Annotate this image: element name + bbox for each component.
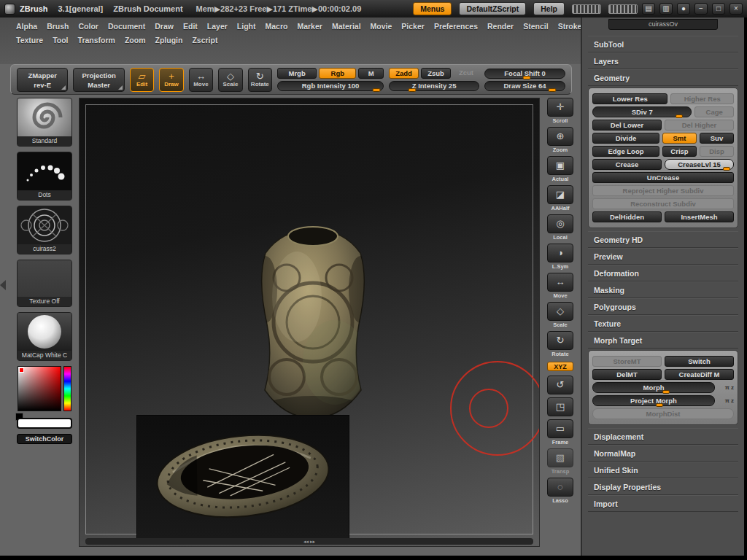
slider-handle[interactable]	[662, 390, 670, 394]
divider-arrow-icon[interactable]	[0, 280, 6, 290]
slider-handle[interactable]	[656, 403, 663, 407]
menu-macro[interactable]: Macro	[266, 22, 288, 31]
slider-profile-icons[interactable]: π z	[718, 395, 734, 406]
lower-res-button[interactable]: Lower Res	[592, 93, 667, 104]
rotate-mode-button[interactable]: ↻ Rotate	[248, 68, 272, 92]
move-mode-button[interactable]: ↔ Move	[189, 68, 213, 92]
slider-handle[interactable]	[723, 167, 730, 171]
inner-document-frame[interactable]	[136, 415, 349, 539]
current-color-swatch[interactable]	[17, 418, 72, 429]
menu-zscript[interactable]: Zscript	[192, 36, 217, 44]
slider-handle[interactable]	[676, 114, 683, 118]
ui-slider-right[interactable]	[608, 4, 638, 14]
menus-button[interactable]: Menus	[413, 2, 452, 15]
menu-stroke[interactable]: Stroke	[558, 22, 582, 31]
palette-masking[interactable]: Masking	[588, 281, 738, 298]
palette-displacement[interactable]: Displacement	[588, 428, 738, 445]
menu-zoom[interactable]: Zoom	[125, 36, 146, 44]
restore-button[interactable]: □	[712, 3, 725, 15]
suv-button[interactable]: Suv	[700, 133, 734, 144]
m-button[interactable]: M	[358, 68, 384, 79]
current-material-matcap[interactable]: MatCap White C	[17, 312, 72, 361]
slider-profile-icons[interactable]: π z	[718, 382, 734, 393]
palette-geometry-hd[interactable]: Geometry HD	[588, 231, 738, 248]
menu-stencil[interactable]: Stencil	[523, 22, 548, 31]
menu-tool[interactable]: Tool	[53, 36, 68, 44]
del-mt-button[interactable]: DelMT	[592, 369, 662, 380]
palette-display-properties[interactable]: Display Properties	[588, 478, 738, 495]
uncrease-button[interactable]: UnCrease	[592, 172, 734, 183]
crisp-button[interactable]: Crisp	[662, 146, 697, 157]
palette-polygroups[interactable]: Polygroups	[588, 298, 738, 315]
rgb-button[interactable]: Rgb	[319, 68, 356, 79]
lasso-button[interactable]: ◌ Lasso	[547, 478, 573, 504]
scale-mode-button[interactable]: ◇ Scale	[218, 68, 242, 92]
focal-shift-slider[interactable]: Focal Shift 0	[484, 69, 565, 79]
palette-deformation[interactable]: Deformation	[588, 265, 738, 281]
document-canvas[interactable]: ◂◂ ▸▸	[79, 98, 540, 547]
xyz-constraint-button[interactable]: XYZ	[547, 362, 573, 371]
insert-mesh-button[interactable]: InsertMesh	[665, 211, 734, 222]
scale-3d-button[interactable]: ◇ Scale	[547, 302, 573, 328]
help-button[interactable]: Help	[533, 2, 565, 15]
rotate-3d-button[interactable]: ↻ Rotate	[547, 331, 573, 357]
menu-zplugin[interactable]: Zplugin	[155, 36, 182, 44]
saturation-square[interactable]	[18, 366, 61, 411]
menu-preferences[interactable]: Preferences	[434, 22, 478, 31]
menu-alpha[interactable]: Alpha	[16, 22, 37, 31]
current-stroke-dots[interactable]: Dots	[17, 152, 72, 201]
switch-color-button[interactable]: SwitchColor	[17, 434, 72, 444]
del-hidden-button[interactable]: DelHidden	[592, 211, 662, 222]
palette-normalmap[interactable]: NormalMap	[588, 445, 738, 462]
menu-draw[interactable]: Draw	[155, 22, 174, 31]
edge-loop-button[interactable]: Edge Loop	[592, 146, 659, 157]
ui-slider-left[interactable]	[572, 4, 601, 14]
crease-lvl-slider[interactable]: CreaseLvl 15	[665, 159, 734, 170]
crease-button[interactable]: Crease	[592, 159, 662, 170]
interface-layout-icon[interactable]: ▥	[659, 3, 673, 15]
menu-layer[interactable]: Layer	[207, 22, 228, 31]
transp-button[interactable]: ▧ Transp	[547, 448, 573, 475]
draw-size-slider[interactable]: Draw Size 64	[484, 81, 565, 91]
palette-config-icon[interactable]: ▤	[642, 3, 655, 15]
sdiv-slider[interactable]: SDiv 7	[592, 106, 692, 117]
menu-marker[interactable]: Marker	[297, 22, 322, 31]
del-lower-button[interactable]: Del Lower	[592, 120, 662, 131]
menu-document[interactable]: Document	[108, 22, 145, 31]
close-button[interactable]: ×	[729, 3, 743, 15]
lsym-button[interactable]: ◑ L.Sym	[547, 244, 573, 270]
menu-picker[interactable]: Picker	[401, 22, 425, 31]
scroll-button[interactable]: ✛ Scroll	[547, 98, 573, 124]
rgb-intensity-slider[interactable]: Rgb Intensity 100	[277, 81, 384, 91]
projection-master-button[interactable]: Projection Master	[73, 68, 124, 92]
palette-unified-skin[interactable]: Unified Skin	[588, 462, 738, 478]
palette-texture[interactable]: Texture	[588, 315, 738, 332]
menu-texture[interactable]: Texture	[16, 36, 43, 44]
spin-button[interactable]: ↺	[547, 376, 573, 394]
mrgb-button[interactable]: Mrgb	[277, 68, 317, 79]
palette-morph-target[interactable]: Morph Target	[588, 332, 738, 349]
slider-handle[interactable]	[408, 88, 416, 92]
aahalf-button[interactable]: ◪ AAHalf	[547, 185, 573, 211]
slider-handle[interactable]	[548, 88, 556, 92]
slider-handle[interactable]	[522, 76, 530, 79]
hue-strip[interactable]	[63, 366, 71, 411]
zsub-button[interactable]: Zsub	[421, 68, 451, 79]
create-diff-button[interactable]: CreateDiff M	[665, 369, 734, 380]
current-alpha-cuirass2[interactable]: cuirass2	[17, 206, 72, 254]
current-texture-off[interactable]: Texture Off	[17, 260, 72, 307]
current-brush-standard[interactable]: Standard	[17, 98, 72, 147]
divide-button[interactable]: Divide	[592, 133, 659, 144]
menu-edit[interactable]: Edit	[183, 22, 198, 31]
palette-import[interactable]: Import	[588, 495, 738, 512]
default-zscript-button[interactable]: DefaultZScript	[459, 2, 526, 15]
project-morph-slider[interactable]: Project Morph	[592, 395, 715, 406]
canvas-horizontal-scrollbar[interactable]: ◂◂ ▸▸	[85, 538, 533, 545]
material-sphere-icon[interactable]: ●	[677, 3, 690, 15]
edit-mode-button[interactable]: ▱ Edit	[130, 68, 154, 92]
local-button[interactable]: ◎ Local	[547, 214, 573, 241]
zmapper-button[interactable]: ZMapper rev-E	[17, 68, 68, 92]
color-picker[interactable]	[18, 366, 71, 411]
slider-handle[interactable]	[373, 88, 381, 92]
zoom-button[interactable]: ⊕ Zoom	[547, 127, 573, 153]
